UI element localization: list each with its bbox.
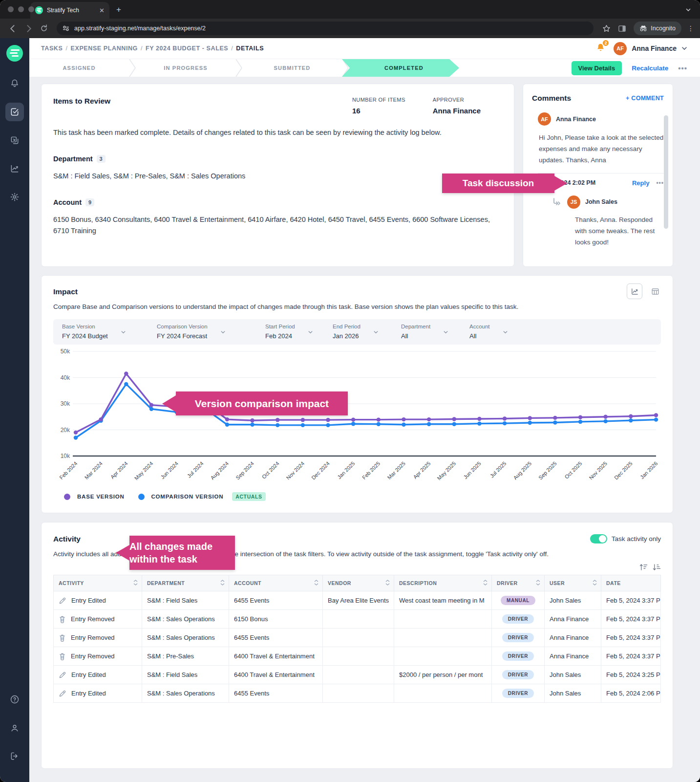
bookmark-star-icon[interactable] xyxy=(599,22,613,35)
column-description[interactable]: DESCRIPTION xyxy=(394,575,492,591)
cell-department: S&M : Field Sales xyxy=(142,666,229,684)
filter-end-period[interactable]: End PeriodJan 2026 xyxy=(333,324,397,340)
filter-label: End Period xyxy=(333,324,361,329)
svg-text:Jul 2025: Jul 2025 xyxy=(489,460,508,479)
column-user[interactable]: USER xyxy=(545,575,601,591)
comment-more-icon[interactable]: ••• xyxy=(656,179,664,186)
url-bar[interactable]: app.stratify-staging.net/manage/tasks/ex… xyxy=(57,22,594,35)
new-tab-button[interactable]: + xyxy=(116,5,121,15)
sidebar-item-notifications[interactable] xyxy=(5,74,24,93)
column-vendor[interactable]: VENDOR xyxy=(323,575,394,591)
cell-department: S&M : Sales Operations xyxy=(142,610,229,629)
column-driver[interactable]: DRIVER xyxy=(492,575,545,591)
comments-scrollbar[interactable] xyxy=(664,115,668,229)
driver-badge: DRIVER xyxy=(502,652,534,661)
window-controls[interactable] xyxy=(8,6,34,12)
task-activity-toggle[interactable] xyxy=(590,534,607,543)
step-submitted[interactable]: SUBMITTED xyxy=(242,59,342,77)
chart-view-button[interactable] xyxy=(627,283,642,299)
side-panel-icon[interactable] xyxy=(615,22,629,35)
recalculate-link[interactable]: Recalculate xyxy=(632,65,668,72)
activity-title: Activity xyxy=(53,535,81,543)
breadcrumb-expense-planning[interactable]: EXPENSE PLANNING xyxy=(71,45,138,52)
sidebar-item-logout[interactable] xyxy=(5,747,24,765)
column-department[interactable]: DEPARTMENT xyxy=(142,575,229,591)
comment-reply: JS John Sales Thanks, Anna. Responded wi… xyxy=(538,196,664,248)
sidebar-item-help[interactable] xyxy=(5,690,24,709)
task-complete-description: This task has been marked complete. Deta… xyxy=(53,128,502,138)
cell-account: 6150 Bonus xyxy=(229,610,323,629)
filter-department[interactable]: DepartmentAll xyxy=(401,324,466,340)
table-row[interactable]: Entry EditedS&M : Sales Operations6455 E… xyxy=(54,684,661,703)
filter-value: FY 2024 Forecast xyxy=(157,332,208,340)
table-row[interactable]: Entry EditedS&M : Field Sales6400 Travel… xyxy=(54,666,661,684)
activity-type: Entry Edited xyxy=(71,597,106,604)
sidebar-item-versions[interactable] xyxy=(5,131,24,150)
svg-text:Mar 2024: Mar 2024 xyxy=(84,460,104,480)
sidebar-item-account[interactable] xyxy=(5,718,24,737)
svg-text:Nov 2024: Nov 2024 xyxy=(285,460,305,481)
stepper-more-icon[interactable]: ••• xyxy=(678,64,687,72)
filter-start-period[interactable]: Start PeriodFeb 2024 xyxy=(265,324,329,340)
impact-card: Impact Compare Base and Comparison versi… xyxy=(41,275,673,513)
reload-icon[interactable] xyxy=(37,22,51,35)
sidebar-item-reports[interactable] xyxy=(5,159,24,178)
step-assigned[interactable]: ASSIGNED xyxy=(29,59,129,77)
site-settings-icon[interactable] xyxy=(63,25,69,32)
view-details-button[interactable]: View Details xyxy=(572,61,622,75)
collapse-rows-icon[interactable] xyxy=(639,564,648,571)
incognito-label: Incognito xyxy=(651,25,676,32)
filter-comparison-version[interactable]: Comparison VersionFY 2024 Forecast xyxy=(157,324,261,340)
review-card-title: Items to Review xyxy=(53,97,110,115)
svg-text:Jan 2025: Jan 2025 xyxy=(336,460,356,480)
svg-text:30k: 30k xyxy=(61,400,70,407)
cell-description xyxy=(394,629,492,647)
user-avatar[interactable]: AF xyxy=(614,42,627,55)
add-comment-button[interactable]: + COMMENT xyxy=(626,95,664,102)
table-view-button[interactable] xyxy=(647,283,663,299)
sidebar-item-settings[interactable] xyxy=(5,188,24,206)
breadcrumb-tasks[interactable]: TASKS xyxy=(41,45,63,52)
forward-icon[interactable] xyxy=(21,22,35,35)
browser-toolbar: app.stratify-staging.net/manage/tasks/ex… xyxy=(0,19,700,38)
tab-search-chevron-icon[interactable] xyxy=(685,6,691,15)
user-name[interactable]: Anna Finance xyxy=(632,44,677,52)
actuals-badge: ACTUALS xyxy=(232,492,265,501)
step-completed[interactable]: COMPLETED xyxy=(342,59,459,77)
svg-text:Feb 2025: Feb 2025 xyxy=(361,460,381,480)
notifications-button[interactable]: 2 xyxy=(595,43,606,55)
step-in-progress[interactable]: IN PROGRESS xyxy=(136,59,235,77)
table-row[interactable]: Entry RemovedS&M : Sales Operations6150 … xyxy=(54,610,661,629)
table-row[interactable]: Entry RemovedS&M : Pre-Sales6400 Travel … xyxy=(54,647,661,666)
account-values: 6150 Bonus, 6340 Consultants, 6400 Trave… xyxy=(53,214,502,237)
task-activity-toggle-label: Task activity only xyxy=(612,535,661,543)
browser-tab[interactable]: Stratify Tech ✕ xyxy=(30,2,109,19)
url-text[interactable]: app.stratify-staging.net/manage/tasks/ex… xyxy=(74,25,206,32)
breadcrumb-budget[interactable]: FY 2024 BUDGET - SALES xyxy=(146,45,228,52)
tab-close-icon[interactable]: ✕ xyxy=(99,7,105,14)
column-activity[interactable]: ACTIVITY xyxy=(54,575,142,591)
browser-menu-icon[interactable]: ⋮ xyxy=(687,24,694,32)
expand-rows-icon[interactable] xyxy=(653,564,661,571)
column-account[interactable]: ACCOUNT xyxy=(229,575,323,591)
stratify-logo[interactable] xyxy=(6,45,23,62)
chevron-down-icon xyxy=(121,329,126,335)
filter-base-version[interactable]: Base VersionFY 2024 Budget xyxy=(62,324,153,340)
table-row[interactable]: Entry EditedS&M : Field Sales6455 Events… xyxy=(54,591,661,610)
comment-avatar: AF xyxy=(538,112,551,126)
edit-icon xyxy=(59,671,66,679)
user-menu-chevron-icon[interactable] xyxy=(681,45,687,51)
reply-button[interactable]: Reply xyxy=(632,179,649,187)
svg-text:Nov 2025: Nov 2025 xyxy=(588,460,608,481)
table-row[interactable]: Entry RemovedS&M : Sales Operations6455 … xyxy=(54,629,661,647)
account-label: Account xyxy=(53,198,82,206)
svg-text:Oct 2025: Oct 2025 xyxy=(563,460,583,480)
svg-text:Sep 2024: Sep 2024 xyxy=(234,460,255,481)
cell-user: Anna Finance xyxy=(545,610,601,629)
sidebar-item-tasks[interactable] xyxy=(5,103,24,121)
filter-account[interactable]: AccountAll xyxy=(469,324,533,340)
comparison-version-dot xyxy=(138,494,145,500)
column-date[interactable]: DATE xyxy=(601,575,661,591)
cell-department: S&M : Sales Operations xyxy=(142,629,229,647)
back-icon[interactable] xyxy=(6,22,20,35)
